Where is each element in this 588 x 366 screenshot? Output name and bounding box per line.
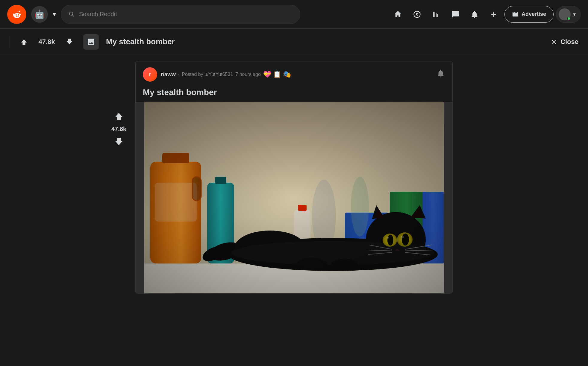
home-icon-btn[interactable] — [390, 6, 406, 23]
chat-icon-btn[interactable] — [447, 6, 464, 23]
post-title: My stealth bomber — [136, 88, 452, 102]
user-avatar-button[interactable]: ▾ — [556, 6, 581, 23]
navbar: 🤖 ▾ Search Reddit Advertise — [0, 0, 588, 29]
copyright-icon-btn[interactable] — [409, 6, 425, 23]
subreddit-avatar[interactable]: r — [143, 67, 157, 82]
user-menu-chevron: ▾ — [573, 11, 576, 18]
subreddit-name[interactable]: r/aww — [161, 71, 176, 78]
media-bar-upvote-button[interactable] — [17, 35, 31, 48]
avatar — [559, 8, 571, 20]
post-bell-icon[interactable] — [436, 69, 445, 80]
media-bar-title: My stealth bomber — [106, 37, 175, 46]
search-bar[interactable]: Search Reddit — [61, 5, 300, 24]
advertise-button[interactable]: Advertise — [504, 6, 554, 23]
close-button[interactable]: Close — [550, 38, 578, 46]
post-header: r r/aww · Posted by u/YutYut6531 7 hours… — [136, 61, 452, 88]
nav-dropdown-arrow[interactable]: ▾ — [53, 10, 56, 18]
post-card: r r/aww · Posted by u/YutYut6531 7 hours… — [135, 61, 453, 294]
media-bar: 47.8k My stealth bomber Close — [0, 29, 588, 55]
post-vote-count: 47.8k — [111, 126, 126, 132]
svg-rect-46 — [144, 102, 444, 293]
post-time: 7 hours ago — [235, 72, 261, 77]
online-status-dot — [567, 17, 571, 20]
bell-icon-btn[interactable] — [466, 6, 483, 23]
post-emojis: 💝 📋 🎭 — [263, 71, 291, 78]
posted-by: Posted by u/YutYut6531 — [182, 72, 233, 77]
media-bar-vote-count: 47.8k — [38, 38, 56, 46]
search-placeholder: Search Reddit — [79, 11, 117, 18]
media-bar-downvote-button[interactable] — [63, 35, 76, 48]
post-wrapper: 47.8k r r/aww · Posted by u/YutYut6531 7… — [135, 61, 453, 360]
plus-icon-btn[interactable] — [485, 6, 502, 23]
cat-image-svg — [144, 102, 444, 293]
post-upvote-button[interactable] — [112, 109, 126, 123]
post-image — [136, 102, 452, 293]
main-content: 47.8k r r/aww · Posted by u/YutYut6531 7… — [0, 55, 588, 366]
meta-dot: · — [178, 72, 179, 77]
media-type-icon — [83, 34, 99, 50]
post-downvote-button[interactable] — [112, 135, 126, 149]
post-vote-sidebar: 47.8k — [111, 109, 126, 149]
vote-divider — [10, 36, 10, 48]
close-label: Close — [560, 38, 578, 46]
nav-icons: Advertise ▾ — [390, 6, 581, 23]
search-icon — [68, 11, 75, 18]
alien-icon[interactable]: 🤖 — [31, 6, 48, 23]
reddit-logo[interactable] — [7, 5, 26, 24]
chart-icon-btn[interactable] — [428, 6, 445, 23]
advertise-label: Advertise — [522, 11, 546, 17]
post-meta: r/aww · Posted by u/YutYut6531 7 hours a… — [161, 71, 433, 78]
